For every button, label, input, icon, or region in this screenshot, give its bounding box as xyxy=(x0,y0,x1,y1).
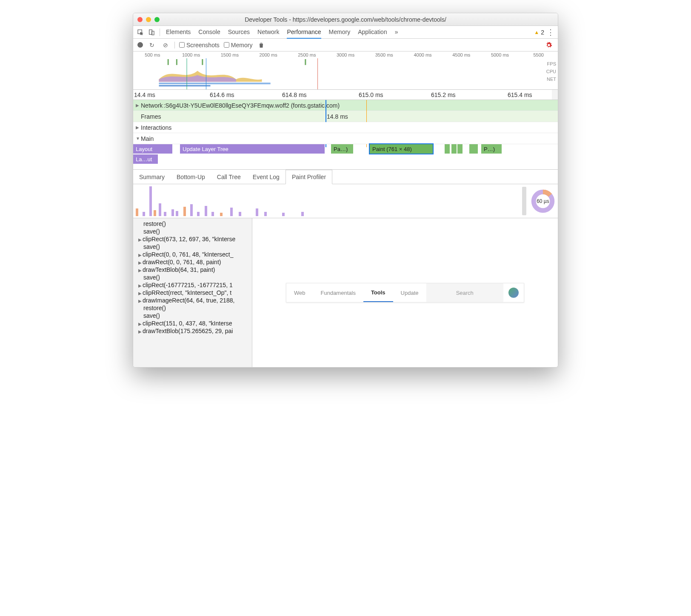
event-paint-selected[interactable]: Paint (761 × 48) xyxy=(370,144,433,154)
time-donut: 60 µs xyxy=(528,184,558,218)
expand-icon[interactable]: ▶ xyxy=(136,103,141,108)
command-text: drawImageRect(64, 64, true, 2188, xyxy=(143,297,234,304)
paint-command[interactable]: ▶clipRect(0, 0, 761, 48, "kIntersect_ xyxy=(133,251,252,258)
minimize-window-button[interactable] xyxy=(146,17,151,22)
event-layout-nested[interactable]: La…ut xyxy=(133,154,158,164)
svg-rect-6 xyxy=(305,59,306,65)
svg-rect-8 xyxy=(159,85,211,86)
expand-icon[interactable]: ▶ xyxy=(138,283,142,288)
tab-sources[interactable]: Sources xyxy=(228,29,250,36)
screenshots-checkbox[interactable]: Screenshots xyxy=(179,42,220,48)
paint-profiler-bars[interactable] xyxy=(133,184,520,218)
paint-command[interactable]: restore() xyxy=(133,220,252,228)
tab-console[interactable]: Console xyxy=(198,29,220,36)
memory-label: Memory xyxy=(231,42,253,48)
overview-strip[interactable]: 500 ms 1000 ms 1500 ms 2000 ms 2500 ms 3… xyxy=(133,51,558,90)
donut-label: 60 µs xyxy=(537,198,549,204)
kebab-menu-icon[interactable]: ⋮ xyxy=(546,28,555,37)
flame-chart[interactable]: Layout Update Layer Tree Pa…) Paint (761… xyxy=(133,144,558,170)
inspect-element-icon[interactable] xyxy=(136,28,145,37)
event-small-4[interactable] xyxy=(469,144,478,154)
overview-ticks: 500 ms 1000 ms 1500 ms 2000 ms 2500 ms 3… xyxy=(133,51,558,58)
tab-performance[interactable]: Performance xyxy=(287,29,321,39)
overview-canvas[interactable] xyxy=(133,58,545,89)
command-text: drawTextBlob(64, 31, paint) xyxy=(143,266,215,273)
event-layout[interactable]: Layout xyxy=(133,144,172,154)
command-text: save() xyxy=(143,228,160,235)
tab-application[interactable]: Application xyxy=(358,29,387,36)
paint-profiler-lower: restore()save()▶clipRect(673, 12, 697, 3… xyxy=(133,218,558,367)
main-label: Main xyxy=(141,135,154,142)
paint-command[interactable]: save() xyxy=(133,243,252,251)
expand-icon[interactable]: ▶ xyxy=(138,237,142,242)
expand-icon[interactable]: ▶ xyxy=(138,322,142,326)
paint-command[interactable]: ▶clipRect(-16777215, -16777215, 1 xyxy=(133,281,252,289)
paint-command-list[interactable]: restore()save()▶clipRect(673, 12, 697, 3… xyxy=(133,218,252,367)
reload-record-icon[interactable]: ↻ xyxy=(147,40,157,50)
expand-icon[interactable]: ▶ xyxy=(138,260,142,265)
tab-memory[interactable]: Memory xyxy=(329,29,351,36)
paint-profiler-strip[interactable]: 60 µs xyxy=(133,184,558,218)
event-paint-short[interactable]: Pa…) xyxy=(331,144,353,154)
detail-ruler[interactable]: 14.4 ms 614.6 ms 614.8 ms 615.0 ms 615.2… xyxy=(133,90,558,100)
svg-rect-5 xyxy=(202,59,203,65)
command-text: clipRect(0, 0, 761, 48, "kIntersect_ xyxy=(143,251,234,258)
cpu-label: CPU xyxy=(546,68,556,75)
screenshots-label: Screenshots xyxy=(186,42,220,48)
subtab-summary[interactable]: Summary xyxy=(133,170,171,184)
paint-command[interactable]: ▶clipRRect(rrect, "kIntersect_Op", t xyxy=(133,289,252,297)
subtab-event-log[interactable]: Event Log xyxy=(247,170,286,184)
detail-subtabs: Summary Bottom-Up Call Tree Event Log Pa… xyxy=(133,170,558,184)
tab-network[interactable]: Network xyxy=(257,29,279,36)
scroll-handle[interactable] xyxy=(522,187,526,215)
event-update-layer-tree[interactable]: Update Layer Tree xyxy=(180,144,325,154)
paint-command[interactable]: save() xyxy=(133,274,252,281)
close-window-button[interactable] xyxy=(137,17,143,22)
command-text: drawTextBlob(175.265625, 29, pai xyxy=(143,328,233,334)
event-paint-short-2[interactable]: P…) xyxy=(481,144,502,154)
collapse-icon[interactable]: ▼ xyxy=(136,136,141,141)
memory-checkbox[interactable]: Memory xyxy=(224,42,253,48)
settings-gear-icon[interactable] xyxy=(544,40,554,50)
subtab-bottom-up[interactable]: Bottom-Up xyxy=(171,170,211,184)
paint-command[interactable]: save() xyxy=(133,228,252,235)
expand-icon[interactable]: ▶ xyxy=(138,268,142,273)
paint-command[interactable]: ▶drawRect(0, 0, 761, 48, paint) xyxy=(133,258,252,266)
paint-command[interactable]: ▶drawTextBlob(64, 31, paint) xyxy=(133,266,252,274)
devtools-window: Developer Tools - https://developers.goo… xyxy=(133,13,558,368)
panel-tabs: Elements Console Sources Network Perform… xyxy=(166,29,398,36)
expand-icon[interactable]: ▶ xyxy=(138,253,142,257)
garbage-collect-icon[interactable] xyxy=(257,40,266,50)
warnings-badge[interactable]: ▲2 xyxy=(534,29,544,36)
paint-command[interactable]: ▶drawImageRect(64, 64, true, 2188, xyxy=(133,297,252,304)
expand-icon[interactable]: ▶ xyxy=(136,125,141,130)
expand-icon[interactable]: ▶ xyxy=(138,291,142,296)
interactions-track[interactable]: ▶ Interactions xyxy=(133,122,558,133)
paint-command[interactable]: ▶clipRect(673, 12, 697, 36, "kInterse xyxy=(133,235,252,243)
record-button[interactable] xyxy=(137,42,143,48)
event-small-1[interactable] xyxy=(445,144,450,154)
expand-icon[interactable]: ▶ xyxy=(138,329,142,334)
device-toolbar-icon[interactable] xyxy=(147,28,156,37)
paint-command[interactable]: ▶clipRect(151, 0, 437, 48, "kInterse xyxy=(133,319,252,327)
subtab-paint-profiler[interactable]: Paint Profiler xyxy=(286,170,332,184)
paint-command[interactable]: ▶drawTextBlob(175.265625, 29, pai xyxy=(133,327,252,335)
clear-icon[interactable]: ⊘ xyxy=(161,40,170,50)
tab-elements[interactable]: Elements xyxy=(166,29,191,36)
tabs-overflow-icon[interactable]: » xyxy=(395,29,398,36)
expand-icon[interactable]: ▶ xyxy=(138,299,142,303)
zoom-window-button[interactable] xyxy=(154,17,160,22)
frames-track[interactable]: Frames 14.8 ms xyxy=(133,111,558,122)
subtab-call-tree[interactable]: Call Tree xyxy=(211,170,247,184)
network-track[interactable]: ▶ Network :S6g4U3t-Y5UEw0lE80llgEseQY3FE… xyxy=(133,100,558,111)
frame-time: 14.8 ms xyxy=(327,113,348,120)
command-text: restore() xyxy=(143,305,166,311)
window-titlebar: Developer Tools - https://developers.goo… xyxy=(133,13,558,26)
paint-command[interactable]: save() xyxy=(133,312,252,319)
event-small-2[interactable] xyxy=(451,144,457,154)
main-track-header[interactable]: ▼ Main xyxy=(133,133,558,144)
event-small-3[interactable] xyxy=(457,144,463,154)
paint-command[interactable]: restore() xyxy=(133,304,252,312)
preview-navbar: Web Fundamentals Tools Update Search xyxy=(286,283,524,302)
devtools-toolbar: Elements Console Sources Network Perform… xyxy=(133,26,558,39)
